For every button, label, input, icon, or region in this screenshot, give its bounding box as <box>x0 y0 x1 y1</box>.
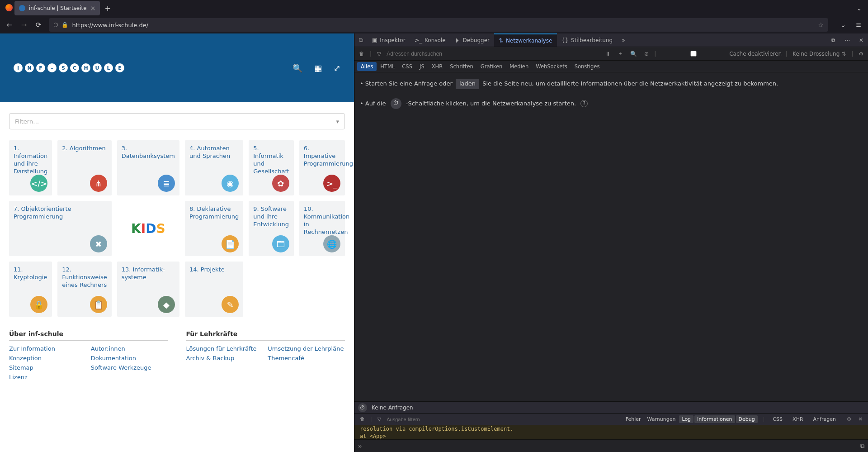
filter-chip-websockets[interactable]: WebSockets <box>532 62 571 71</box>
webpage-viewport: INF-SCHULE 🔍 ▦ ⤢ Filtern… ▾ 1. Informati… <box>0 33 354 452</box>
filter-input[interactable]: Filtern… ▾ <box>9 113 345 129</box>
console-split-icon[interactable]: ⧉ <box>860 442 864 450</box>
footer-link[interactable]: Autor:innen <box>91 345 168 352</box>
console-level-debug[interactable]: Debug <box>736 415 758 423</box>
back-button[interactable]: ← <box>5 21 14 29</box>
devtools-iframe-picker-icon[interactable]: ⧉ <box>354 33 368 47</box>
console-cat-xhr[interactable]: XHR <box>790 415 806 423</box>
devtools-tab-inspektor[interactable]: ▣Inspektor <box>368 33 410 47</box>
topic-tile[interactable]: 1. Information und ihre Darstellung</> <box>9 140 52 195</box>
console-cat-anfragen[interactable]: Anfragen <box>811 415 839 423</box>
shield-icon[interactable]: ⬡ <box>53 22 58 28</box>
console-close-icon[interactable]: ✕ <box>857 415 864 423</box>
topic-tile[interactable]: 9. Software und ihre Entwicklung🗔 <box>249 201 294 256</box>
plus-icon[interactable]: ＋ <box>616 49 625 58</box>
topic-tile[interactable]: 4. Automaten und Sprachen◉ <box>185 140 243 195</box>
footer-link[interactable]: Sitemap <box>9 364 86 371</box>
devtools-close-icon[interactable]: ✕ <box>854 33 868 47</box>
devtools-tab-netzwerkanalyse[interactable]: ⇅Netzwerkanalyse <box>494 33 557 47</box>
console-cat-css[interactable]: CSS <box>770 415 785 423</box>
footer-link[interactable]: Themencafé <box>268 355 345 362</box>
tab-close-icon[interactable]: × <box>90 5 96 12</box>
topic-tile[interactable]: 3. Datenbanksystem≣ <box>117 140 179 195</box>
console-level-fehler[interactable]: Fehler <box>623 415 644 423</box>
devtools-tab-konsole[interactable]: >_Konsole <box>410 33 450 47</box>
filter-chip-grafiken[interactable]: Grafiken <box>477 62 506 71</box>
tile-title: 11. Kryptologie <box>14 266 47 281</box>
topic-tile[interactable]: 13. Informatik­systeme◆ <box>117 262 179 317</box>
new-tab-button[interactable]: + <box>104 4 110 13</box>
console-level-warnungen[interactable]: Warnungen <box>645 415 679 423</box>
site-header: INF-SCHULE 🔍 ▦ ⤢ <box>0 33 354 102</box>
search-icon[interactable]: 🔍 <box>292 63 302 73</box>
filter-chip-xhr[interactable]: XHR <box>428 62 447 71</box>
console-filter-icon[interactable]: ▽ <box>376 415 383 423</box>
app-menu-icon[interactable]: ≡ <box>854 21 863 29</box>
topic-tile[interactable]: 2. Algorithmen⋔ <box>57 140 111 195</box>
topic-tile[interactable]: 11. Kryptologie🔒 <box>9 262 52 317</box>
settings-gear-icon[interactable]: ⚙ <box>857 50 865 58</box>
topic-tile[interactable]: 12. Funktionsweise eines Rechners📋 <box>57 262 111 317</box>
search-icon[interactable]: 🔍 <box>628 50 639 58</box>
devtools-tab-debugger[interactable]: ⏵Debugger <box>450 33 494 47</box>
filter-chip-html[interactable]: HTML <box>377 62 398 71</box>
console-input-row[interactable]: » ⧉ <box>354 439 868 452</box>
window-menu-icon[interactable]: ⌄ <box>857 5 862 12</box>
topic-tile[interactable]: 7. Objektorientierte Programmierung✖ <box>9 201 112 256</box>
console-settings-icon[interactable]: ⚙ <box>845 415 853 423</box>
devtools-menu-icon[interactable]: ⋯ <box>840 33 854 47</box>
topic-tile[interactable]: 8. Deklarative Programmierung📄 <box>185 201 243 256</box>
footer-link[interactable]: Lösungen für Lehrkräfte <box>186 345 264 352</box>
devtools-tab-icon: ⏵ <box>455 37 461 43</box>
devtools-tab-stilbearbeitung[interactable]: {}Stilbearbeitung <box>557 33 618 47</box>
bookmark-star-icon[interactable]: ☆ <box>818 21 824 29</box>
filter-chip-alles[interactable]: Alles <box>357 62 377 71</box>
footer-link[interactable]: Zur Information <box>9 345 86 352</box>
filter-chip-sonstiges[interactable]: Sonstiges <box>571 62 604 71</box>
qr-icon[interactable]: ▦ <box>314 63 322 73</box>
topic-tile[interactable]: 5. Informatik und Gesellschaft✿ <box>249 140 294 195</box>
pocket-icon[interactable]: ⌄ <box>839 21 847 29</box>
console-filter-input[interactable] <box>387 417 436 422</box>
filter-chip-css[interactable]: CSS <box>398 62 416 71</box>
filter-chip-schriften[interactable]: Schriften <box>446 62 477 71</box>
expand-icon[interactable]: ⤢ <box>334 63 340 73</box>
stopwatch-icon[interactable]: ⏱ <box>391 98 401 109</box>
filter-chip-medien[interactable]: Medien <box>506 62 532 71</box>
site-logo[interactable]: INF-SCHULE <box>14 63 124 72</box>
filter-chip-js[interactable]: JS <box>416 62 428 71</box>
topic-tile[interactable]: 10. Kommunikation in Rechnernetzen🌐 <box>299 201 345 256</box>
filter-icon[interactable]: ▽ <box>375 50 383 58</box>
pause-icon[interactable]: ⏸ <box>603 50 612 58</box>
tile-icon: 📄 <box>222 235 239 252</box>
reload-hint-button[interactable]: laden <box>456 79 479 89</box>
console-level-log[interactable]: Log <box>679 415 693 423</box>
help-icon[interactable]: ? <box>580 100 588 107</box>
footer-link[interactable]: Lizenz <box>9 374 86 381</box>
url-bar[interactable]: ⬡ 🔒 https://www.inf-schule.de/ ☆ <box>49 18 828 32</box>
throttling-select[interactable]: Keine Drosselung ⇅ <box>791 50 848 58</box>
devtools-responsive-icon[interactable]: ⧉ <box>827 33 840 47</box>
footer-link[interactable]: Archiv & Backup <box>186 355 264 362</box>
network-search-input[interactable] <box>387 51 454 57</box>
devtools-more-tabs-icon[interactable]: » <box>617 33 629 47</box>
trash-icon[interactable]: 🗑 <box>357 50 366 58</box>
browser-tab[interactable]: inf-schule | Startseite × <box>14 1 100 15</box>
footer-link[interactable]: Umsetzung der Lehrpläne <box>268 345 345 352</box>
topic-tile[interactable]: 14. Projekte✎ <box>185 262 243 317</box>
console-level-informationen[interactable]: Informationen <box>694 415 735 423</box>
devtools-tab-icon: >_ <box>415 37 422 43</box>
tab-title: inf-schule | Startseite <box>29 5 87 11</box>
block-icon[interactable]: ⊘ <box>642 50 651 58</box>
footer-link[interactable]: Dokumentation <box>91 355 168 362</box>
footer-link[interactable]: Konzeption <box>9 355 86 362</box>
stopwatch-icon[interactable]: ⏱ <box>358 403 367 412</box>
status-text: Keine Anfragen <box>372 404 413 411</box>
topic-tile[interactable]: 6. Imperative Programmierung>_ <box>299 140 345 195</box>
reload-button[interactable]: ⟳ <box>34 21 42 29</box>
disable-cache-checkbox[interactable]: Cache deaktivieren <box>660 51 782 57</box>
console-trash-icon[interactable]: 🗑 <box>358 415 367 423</box>
tile-title: 9. Software und ihre Entwicklung <box>253 205 289 228</box>
footer-link[interactable]: Software-Werkzeuge <box>91 364 168 371</box>
topic-tile[interactable]: KIDS <box>117 201 179 256</box>
